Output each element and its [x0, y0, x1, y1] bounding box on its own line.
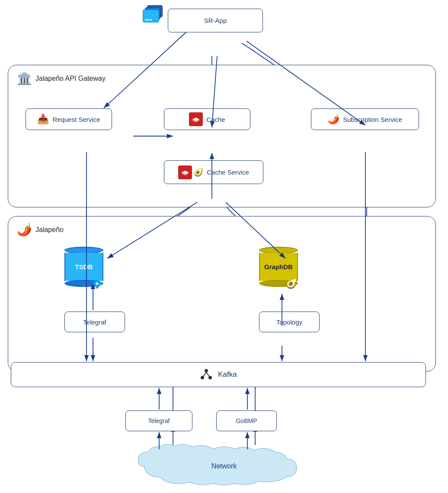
jalapeno-label: 🌶️ Jalapeño — [17, 223, 64, 237]
api-gateway-label: 🏛️ Jalapeño API Gateway — [17, 71, 106, 86]
subscription-service-box: 🌶️ Subscription Service — [311, 108, 419, 130]
svg-line-21 — [206, 372, 209, 376]
jalapeno-container: 🌶️ Jalapeño TSDB 💠 Telegraf GraphDB 🥑 — [8, 216, 436, 372]
avocado-icon: 🥑 — [194, 168, 203, 177]
svg-line-20 — [203, 372, 206, 376]
api-gateway-container: 🏛️ Jalapeño API Gateway 📥 Request Servic… — [8, 65, 436, 207]
svg-text:Network: Network — [211, 462, 237, 470]
network-cloud: Network — [133, 442, 315, 488]
gateway-icon: 🏛️ — [17, 71, 32, 86]
jalapeno-icon: 🌶️ — [17, 223, 32, 237]
network-cloud-svg: Network — [133, 442, 315, 488]
redis-icon — [189, 112, 203, 126]
sr-app-label: SR-App — [204, 17, 227, 24]
cache-box: Cache — [164, 108, 250, 130]
kafka-label: Kafka — [218, 370, 237, 379]
architecture-diagram: www SR-App 🏛️ Jalapeño API Gateway 📥 Req… — [0, 0, 448, 493]
subscription-icon: 🌶️ — [328, 114, 339, 125]
graphdb-avocado-icon: 🥑 — [286, 278, 298, 289]
telegraf-bottom-box: Telegraf — [125, 410, 192, 431]
influx-icon: 💠 — [91, 278, 103, 289]
request-service-box: 📥 Request Service — [26, 108, 112, 130]
request-icon: 📥 — [37, 114, 49, 125]
topology-box: Topology — [259, 312, 320, 332]
tsdb-group: TSDB 💠 — [64, 247, 103, 289]
sr-app-box: SR-App — [168, 9, 263, 32]
kafka-icon — [200, 368, 213, 381]
telegraf-top-box: Telegraf — [64, 312, 125, 332]
gobmp-box: GoBMP — [216, 410, 277, 431]
cache-service-box: 🥑 Cache Service — [164, 160, 263, 184]
graphdb-group: GraphDB 🥑 — [259, 247, 298, 289]
kafka-box: Kafka — [11, 362, 426, 387]
cache-service-redis-icon — [178, 165, 192, 179]
tsdb-body: TSDB — [64, 253, 103, 281]
graphdb-body: GraphDB — [259, 253, 298, 281]
svg-point-17 — [205, 369, 208, 372]
